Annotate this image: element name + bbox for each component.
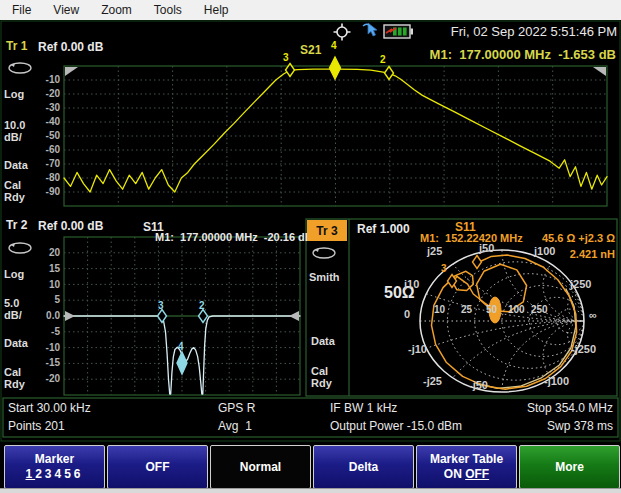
tr1-sweep-icon <box>6 61 34 75</box>
smith-label-nj10: -j10 <box>408 343 427 355</box>
softkey-marker-title: Marker <box>35 452 74 467</box>
softkey-more-label: More <box>555 460 584 475</box>
tr2-data-label: Data <box>4 337 28 349</box>
tr1-ref-triangle-left <box>65 67 78 76</box>
tr3-marker-inductance: 2.421 nH <box>570 248 615 260</box>
tr1-cal-status-1: Cal <box>4 179 21 191</box>
softkey-delta[interactable]: Delta <box>313 445 414 489</box>
tr3-tab[interactable]: Tr 3 <box>307 220 347 241</box>
tr2-y-axis: 20151050.0-5-10-15-20 <box>36 247 60 384</box>
tr2-marker4-label: 4 <box>178 341 184 352</box>
status-avg: Avg 1 <box>218 419 252 433</box>
menu-view[interactable]: View <box>53 1 79 19</box>
smith-marker3-label: 3 <box>441 263 447 274</box>
tr2-ref-triangle-right <box>289 311 299 321</box>
menu-file[interactable]: File <box>12 1 31 19</box>
menu-bar: File View Zoom Tools Help <box>0 0 621 20</box>
tr1-cal-status-2: Rdy <box>4 191 25 203</box>
smith-label-r50: 50 <box>486 304 497 315</box>
clock: Fri, 02 Sep 2022 5:51:46 PM <box>451 24 617 39</box>
softkey-marker-select[interactable]: Marker 123456 <box>4 445 105 489</box>
softkey-off[interactable]: OFF <box>107 445 208 489</box>
smith-label-r250: 250 <box>531 304 548 315</box>
softkey-more[interactable]: More <box>519 445 620 489</box>
touch-pointer-icon <box>360 21 380 41</box>
tr2-label[interactable]: Tr 2 <box>6 218 27 232</box>
tr3-data-label: Data <box>311 335 335 347</box>
tr1-ref-level: Ref 0.00 dB <box>38 40 103 54</box>
tr3-cal-status-2: Rdy <box>311 377 332 389</box>
tr3-format-label[interactable]: Smith <box>309 271 340 283</box>
tr2-marker2-label: 2 <box>199 300 205 311</box>
tr2-marker3-label: 3 <box>158 300 164 311</box>
tr3-cal-status-1: Cal <box>311 365 328 377</box>
softkey-marker-numbers: 123456 <box>25 467 83 482</box>
smith-label-j25: j25 <box>427 245 442 257</box>
bottom-strip <box>0 488 621 493</box>
status-stop: Stop 354.0 MHz <box>527 401 613 415</box>
smith-label-nj25: -j25 <box>423 375 442 387</box>
tr3-ref-level: Ref 1.000 <box>357 222 410 236</box>
tr2-marker-readout: M1: 177.00000 MHz -20.16 dB <box>155 231 300 243</box>
tr1-marker3-label: 3 <box>283 52 289 63</box>
status-swp: Swp 378 ms <box>547 419 613 433</box>
tr2-sweep-icon <box>6 241 34 255</box>
status-power: Output Power -15.0 dBm <box>330 419 462 433</box>
status-start: Start 30.00 kHz <box>8 401 91 415</box>
smith-label-0: 0 <box>404 308 410 320</box>
tr2-ref-level: Ref 0.00 dB <box>38 219 103 233</box>
smith-label-j10: j10 <box>404 278 419 290</box>
smith-label-nj250: -j250 <box>571 343 596 355</box>
softkey-marker-table[interactable]: Marker Table ON OFF <box>416 445 517 489</box>
tr3-sweep-icon <box>310 246 338 260</box>
tr1-y-axis: -10-20-30-40-50-60-70-80-90 <box>38 74 60 197</box>
softkey-off-label: OFF <box>146 460 170 475</box>
tr2-ref-triangle-left <box>65 311 75 321</box>
softkey-marker-table-title: Marker Table <box>430 452 503 467</box>
smith-label-r25: 25 <box>461 304 472 315</box>
softkey-normal-label: Normal <box>240 460 281 475</box>
tr1-label[interactable]: Tr 1 <box>6 39 27 53</box>
smith-label-r10: 10 <box>434 304 445 315</box>
tr1-marker4-label: 4 <box>331 40 337 51</box>
status-ifbw: IF BW 1 kHz <box>330 401 397 415</box>
softkey-normal[interactable]: Normal <box>210 445 311 489</box>
menu-zoom[interactable]: Zoom <box>101 1 132 19</box>
menu-tools[interactable]: Tools <box>154 1 182 19</box>
tr2-format-label[interactable]: Log <box>4 268 24 280</box>
battery-icon <box>383 24 413 39</box>
smith-label-j100: j100 <box>534 245 555 257</box>
smith-label-inf: ∞ <box>589 309 597 321</box>
status-gps: GPS R <box>218 401 255 415</box>
tr3-marker-impedance: 45.6 Ω +j2.3 Ω <box>542 232 615 244</box>
tr1-meas-label: S21 <box>300 43 321 57</box>
smith-label-j250: j250 <box>570 278 591 290</box>
tr3-marker-freq: M1: 152.22420 MHz <box>420 232 523 244</box>
menu-help[interactable]: Help <box>204 1 229 19</box>
smith-label-j50: j50 <box>479 242 494 254</box>
tr2-cal-status-1: Cal <box>4 366 21 378</box>
softkey-delta-label: Delta <box>349 460 378 475</box>
tr1-scale-value[interactable]: 10.0 <box>4 119 25 131</box>
tr2-cal-status-2: Rdy <box>4 378 25 390</box>
smith-label-nj100: -j100 <box>544 375 569 387</box>
tr1-marker2-label: 2 <box>380 54 386 65</box>
tr1-data-label: Data <box>4 159 28 171</box>
smith-label-nj50: -j50 <box>469 379 488 391</box>
tr1-format-label[interactable]: Log <box>4 88 24 100</box>
tr2-scale-value[interactable]: 5.0 <box>4 297 19 309</box>
tr2-scale-unit: dB/ <box>4 309 22 321</box>
tr1-scale-unit: dB/ <box>4 131 22 143</box>
tr1-marker-readout: M1: 177.00000 MHz -1.653 dB <box>430 47 616 62</box>
crosshair-icon <box>333 23 351 41</box>
status-points: Points 201 <box>8 419 65 433</box>
tr1-ref-triangle-right <box>593 67 606 76</box>
softkey-marker-table-state: ON OFF <box>444 467 489 482</box>
smith-label-r100: 100 <box>508 304 525 315</box>
